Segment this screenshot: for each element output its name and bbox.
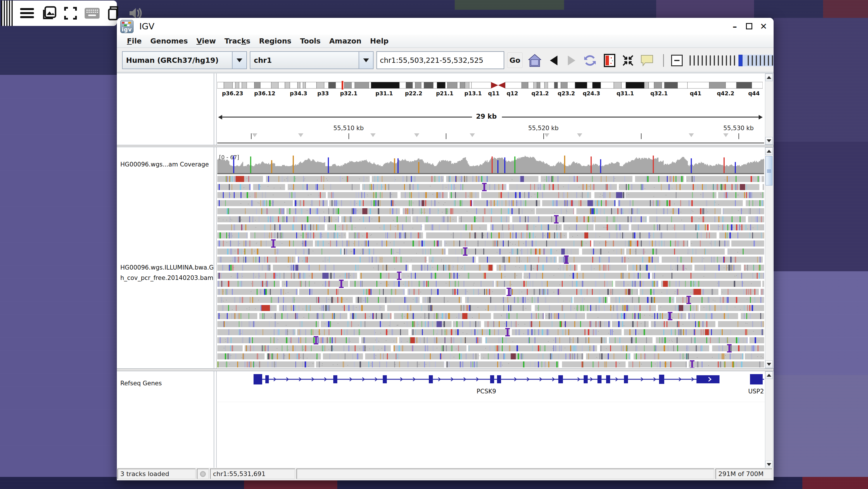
coverage-track[interactable] bbox=[217, 153, 764, 173]
title-bar[interactable]: igv IGV – ✕ bbox=[117, 18, 774, 34]
ruler-marker-triangle bbox=[370, 133, 376, 137]
desktop-background bbox=[656, 0, 754, 18]
zoom-tick bbox=[734, 55, 735, 66]
menu-tracks[interactable]: Tracks bbox=[220, 37, 255, 45]
menu-tools[interactable]: Tools bbox=[296, 37, 325, 45]
coverage-baseline bbox=[217, 173, 764, 174]
fit-to-window-icon[interactable] bbox=[621, 54, 635, 67]
gene-label-pcsk9[interactable]: PCSK9 bbox=[476, 388, 496, 395]
panel-divider[interactable] bbox=[214, 74, 214, 145]
screenshot-icon[interactable] bbox=[41, 6, 56, 21]
menu-regions[interactable]: Regions bbox=[255, 37, 296, 45]
zoom-slider-handle[interactable] bbox=[739, 55, 743, 66]
ruler-tick bbox=[348, 133, 349, 139]
forward-icon[interactable] bbox=[565, 54, 579, 67]
refseq-track-label[interactable]: Refseq Genes bbox=[120, 380, 162, 387]
go-button[interactable]: Go bbox=[507, 52, 523, 68]
menu-file[interactable]: File bbox=[123, 37, 146, 45]
band-label-q41: q41 bbox=[690, 90, 701, 96]
ruler-tick bbox=[641, 133, 642, 139]
status-indicator-icon[interactable] bbox=[200, 471, 206, 477]
scroll-down-arrow[interactable] bbox=[765, 361, 773, 368]
refresh-icon[interactable] bbox=[583, 54, 597, 67]
vnc-drag-handle[interactable] bbox=[1, 1, 14, 26]
scroll-up-arrow[interactable] bbox=[765, 74, 773, 81]
panel-splitter[interactable] bbox=[117, 369, 774, 371]
home-icon[interactable] bbox=[528, 54, 541, 67]
ideogram-scrollbar[interactable] bbox=[765, 74, 773, 145]
zoom-tick bbox=[722, 55, 723, 66]
desktop-background bbox=[774, 375, 868, 479]
menu-view[interactable]: View bbox=[192, 37, 220, 45]
tooltip-bubble-icon[interactable] bbox=[640, 54, 654, 67]
zoom-tick bbox=[748, 55, 749, 66]
scroll-up-arrow[interactable] bbox=[765, 372, 773, 379]
band-label-q31.1: q31.1 bbox=[617, 90, 634, 96]
scroll-down-arrow[interactable] bbox=[765, 461, 773, 468]
scroll-down-arrow[interactable] bbox=[765, 137, 773, 145]
zoom-tick bbox=[689, 55, 691, 66]
coverage-track-label[interactable]: HG00096.wgs...am Coverage bbox=[120, 161, 209, 168]
track-label-column: HG00096.wgs...am Coverage HG00096.wgs.IL… bbox=[117, 147, 214, 368]
chromosome-select[interactable]: chr1 bbox=[250, 51, 374, 69]
zoom-tick bbox=[710, 55, 711, 66]
band-label-q24.3: q24.3 bbox=[583, 90, 600, 96]
panel-divider[interactable] bbox=[214, 371, 214, 468]
tracks-loaded-status: 3 tracks loaded bbox=[117, 468, 196, 479]
ruler-label: 55,520 kb bbox=[528, 125, 559, 132]
panel-divider[interactable] bbox=[214, 147, 214, 368]
band-label-p13.1: p13.1 bbox=[465, 90, 482, 96]
desktop-background bbox=[823, 0, 868, 19]
alignment-track-label-line1[interactable]: HG00096.wgs.ILLUMINA.bwa.G bbox=[120, 264, 214, 271]
keyboard-icon[interactable] bbox=[85, 6, 100, 21]
zoom-tick bbox=[706, 55, 707, 66]
panel-divider bbox=[216, 371, 217, 468]
ruler-tick bbox=[446, 133, 446, 139]
chevron-down-icon[interactable] bbox=[232, 52, 246, 68]
maximize-button[interactable] bbox=[746, 23, 752, 29]
ruler-marker-triangle bbox=[577, 133, 582, 137]
ruler-tick bbox=[251, 133, 251, 139]
refseq-panel: Refseq Genes PCSK9 USP2 bbox=[117, 371, 774, 469]
zoom-tick bbox=[760, 55, 761, 66]
band-label-q42.2: q42.2 bbox=[717, 90, 734, 96]
status-bar: 3 tracks loaded chr1:55,531,691 291M of … bbox=[117, 468, 774, 480]
chromosome-ideogram[interactable] bbox=[217, 81, 763, 90]
vnc-toolbar bbox=[1, 1, 117, 26]
scroll-up-arrow[interactable] bbox=[765, 147, 773, 155]
alignment-panel: HG00096.wgs...am Coverage HG00096.wgs.IL… bbox=[117, 147, 774, 369]
refseq-gene-track[interactable] bbox=[217, 371, 764, 389]
menu-help[interactable]: Help bbox=[366, 37, 393, 45]
back-icon[interactable] bbox=[547, 54, 561, 67]
desktop-background bbox=[802, 477, 868, 489]
span-arrow-line bbox=[502, 117, 759, 117]
region-tool-icon[interactable] bbox=[603, 54, 617, 67]
zoom-tick bbox=[764, 55, 765, 66]
scrollbar-thumb[interactable] bbox=[766, 156, 772, 185]
menu-icon[interactable] bbox=[20, 6, 34, 21]
ruler-marker-triangle bbox=[414, 133, 419, 137]
gene-label-usp2[interactable]: USP2 bbox=[748, 388, 764, 395]
alignment-track-label-line2[interactable]: h_cov_pcr_free.20140203.bam bbox=[120, 275, 213, 281]
fullscreen-icon[interactable] bbox=[64, 6, 77, 21]
band-label-q12: q12 bbox=[506, 90, 518, 96]
close-button[interactable]: ✕ bbox=[758, 21, 768, 31]
locus-input[interactable] bbox=[376, 51, 504, 69]
minimize-button[interactable]: – bbox=[730, 21, 740, 31]
alignment-reads-track[interactable] bbox=[217, 176, 764, 368]
menu-genomes[interactable]: Genomes bbox=[146, 37, 192, 45]
ruler-baseline bbox=[217, 143, 764, 143]
ruler-marker-triangle bbox=[689, 133, 694, 137]
alignment-scrollbar[interactable] bbox=[765, 147, 773, 368]
ideogram-panel: 29 kb p36.23p36.12p34.3p33p32.1p31.1p22.… bbox=[117, 73, 774, 145]
zoom-tick bbox=[726, 55, 727, 66]
zoom-minus-icon[interactable] bbox=[671, 55, 683, 66]
band-label-p36.23: p36.23 bbox=[222, 90, 243, 96]
chevron-down-icon[interactable] bbox=[359, 52, 373, 68]
band-label-p36.12: p36.12 bbox=[254, 90, 275, 96]
menu-amazon[interactable]: Amazon bbox=[325, 37, 366, 45]
genome-select[interactable]: Human (GRCh37/hg19) bbox=[122, 51, 247, 69]
igv-window: igv IGV – ✕ FileGenomesViewTracksRegions… bbox=[117, 18, 774, 480]
band-label-p22.2: p22.2 bbox=[405, 90, 422, 96]
refseq-scrollbar[interactable] bbox=[765, 371, 773, 468]
